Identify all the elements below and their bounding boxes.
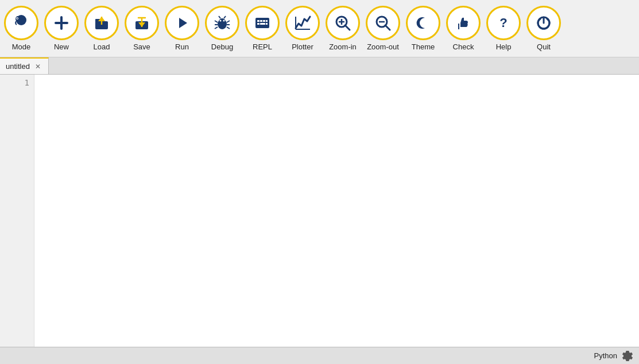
tabbar: untitled ✕ (0, 57, 639, 75)
svg-rect-32 (266, 20, 268, 22)
run-button[interactable]: Run (162, 5, 202, 52)
svg-line-39 (345, 25, 350, 30)
zoom-in-button[interactable]: Zoom-in (323, 5, 363, 52)
svg-line-24 (219, 16, 220, 18)
svg-line-25 (224, 16, 226, 18)
svg-line-23 (227, 27, 230, 29)
plotter-button[interactable]: Plotter (282, 5, 323, 52)
language-label: Python (594, 351, 617, 360)
tab-name: untitled (6, 62, 30, 71)
untitled-tab[interactable]: untitled ✕ (0, 57, 49, 74)
settings-gear-button[interactable] (622, 350, 633, 362)
toolbar: Mode New Load (0, 0, 639, 57)
svg-rect-33 (257, 23, 260, 25)
mode-button[interactable]: Mode (1, 5, 41, 52)
gear-icon (622, 350, 633, 362)
quit-button[interactable]: Quit (524, 5, 564, 52)
svg-text:?: ? (499, 16, 507, 30)
zoom-out-button[interactable]: Zoom-out (363, 5, 403, 52)
new-button[interactable]: New (41, 5, 82, 52)
load-button[interactable]: Load (82, 5, 122, 52)
theme-button[interactable]: Theme (403, 5, 443, 52)
statusbar: Python (0, 347, 639, 364)
tab-close-button[interactable]: ✕ (33, 62, 42, 71)
svg-marker-15 (179, 18, 187, 28)
repl-button[interactable]: REPL (242, 5, 282, 52)
svg-line-43 (385, 25, 390, 30)
line-number-1: 1 (0, 78, 29, 87)
svg-rect-31 (263, 20, 265, 22)
svg-rect-30 (260, 20, 262, 22)
check-button[interactable]: Check (443, 5, 483, 52)
save-button[interactable]: Save (122, 5, 162, 52)
code-editor[interactable] (34, 75, 639, 347)
svg-line-20 (215, 27, 218, 29)
editor-area: 1 (0, 75, 639, 347)
svg-line-21 (227, 21, 230, 22)
svg-point-26 (220, 20, 222, 22)
svg-point-27 (223, 20, 225, 22)
svg-point-3 (17, 18, 18, 19)
debug-button[interactable]: Debug (202, 5, 242, 52)
help-button[interactable]: ? Help (483, 5, 524, 52)
svg-line-18 (215, 21, 218, 22)
svg-rect-29 (257, 20, 260, 22)
svg-rect-34 (260, 23, 265, 25)
svg-rect-35 (266, 23, 268, 25)
line-numbers: 1 (0, 75, 34, 347)
